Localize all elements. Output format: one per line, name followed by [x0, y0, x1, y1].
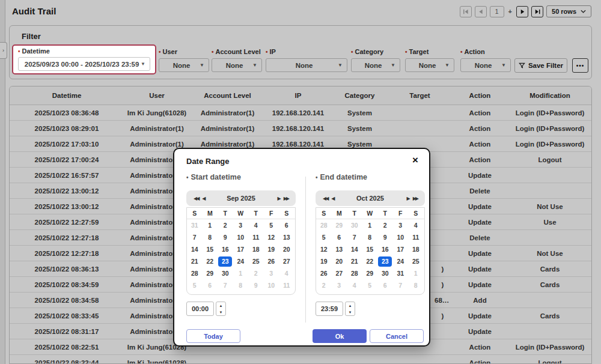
calendar-day[interactable]: 1	[233, 267, 249, 279]
calendar-day[interactable]: 16	[218, 243, 233, 255]
prev-month-icon[interactable]: ◀	[329, 196, 335, 201]
calendar-day[interactable]: 25	[408, 255, 424, 267]
calendar-day[interactable]: 31	[393, 267, 409, 279]
calendar-day[interactable]: 5	[362, 279, 378, 291]
calendar-day[interactable]: 3	[393, 219, 409, 231]
calendar-day[interactable]: 6	[332, 231, 347, 243]
calendar-day[interactable]: 14	[347, 243, 362, 255]
calendar-day[interactable]: 27	[279, 255, 294, 267]
calendar-day[interactable]: 29	[362, 267, 378, 279]
calendar-day[interactable]: 1	[362, 219, 378, 231]
calendar-day[interactable]: 1	[203, 219, 218, 231]
datetime-filter-select[interactable]: 2025/09/23 00:00 - 2025/10/23 23:59 ▼	[18, 57, 150, 71]
cancel-button[interactable]: Cancel	[370, 329, 424, 343]
calendar-day[interactable]: 20	[279, 243, 294, 255]
calendar-day[interactable]: 13	[279, 231, 294, 243]
stepper-down-icon[interactable]: ▼	[346, 309, 355, 315]
calendar-day[interactable]: 30	[218, 267, 233, 279]
next-month-icon[interactable]: ▶	[276, 196, 282, 201]
calendar-day[interactable]: 3	[264, 267, 279, 279]
calendar-day[interactable]: 25	[248, 255, 264, 267]
stepper-up-icon[interactable]: ▲	[216, 302, 225, 309]
prev-year-icon[interactable]: ◀◀	[321, 196, 329, 201]
calendar-day[interactable]: 10	[393, 231, 409, 243]
end-time-input[interactable]: 23:59	[316, 302, 343, 316]
calendar-day[interactable]: 21	[347, 255, 362, 267]
calendar-day[interactable]: 17	[393, 243, 409, 255]
calendar-day[interactable]: 8	[233, 279, 249, 291]
calendar-day[interactable]: 9	[377, 231, 393, 243]
calendar-day[interactable]: 13	[332, 243, 347, 255]
calendar-day[interactable]: 28	[187, 267, 203, 279]
calendar-day[interactable]: 24	[233, 255, 249, 267]
calendar-day[interactable]: 5	[316, 231, 332, 243]
prev-year-icon[interactable]: ◀◀	[192, 196, 200, 201]
calendar-day[interactable]: 11	[408, 231, 424, 243]
calendar-day[interactable]: 20	[332, 255, 347, 267]
calendar-day[interactable]: 15	[203, 243, 218, 255]
calendar-day[interactable]: 19	[264, 243, 279, 255]
next-month-icon[interactable]: ▶	[405, 196, 411, 201]
calendar-day-selected[interactable]: 23	[218, 255, 233, 267]
calendar-day[interactable]: 17	[233, 243, 249, 255]
calendar-day[interactable]: 9	[218, 231, 233, 243]
calendar-day[interactable]: 5	[264, 219, 279, 231]
stepper-up-icon[interactable]: ▲	[346, 302, 355, 309]
calendar-day[interactable]: 11	[279, 279, 294, 291]
calendar-day[interactable]: 12	[264, 231, 279, 243]
calendar-day[interactable]: 28	[347, 267, 362, 279]
calendar-day[interactable]: 27	[332, 267, 347, 279]
next-year-icon[interactable]: ▶▶	[411, 196, 419, 201]
calendar-day[interactable]: 22	[203, 255, 218, 267]
calendar-day[interactable]: 9	[248, 279, 264, 291]
calendar-day[interactable]: 28	[316, 219, 332, 231]
stepper-down-icon[interactable]: ▼	[216, 309, 225, 315]
calendar-day[interactable]: 4	[408, 219, 424, 231]
calendar-day[interactable]: 7	[187, 231, 203, 243]
calendar-day[interactable]: 8	[408, 279, 424, 291]
calendar-day[interactable]: 14	[187, 243, 203, 255]
calendar-day[interactable]: 6	[279, 219, 294, 231]
calendar-day[interactable]: 18	[408, 243, 424, 255]
calendar-day[interactable]: 16	[377, 243, 393, 255]
calendar-day[interactable]: 2	[377, 219, 393, 231]
calendar-day[interactable]: 19	[316, 255, 332, 267]
calendar-day[interactable]: 29	[332, 219, 347, 231]
calendar-day[interactable]: 5	[187, 279, 203, 291]
calendar-day[interactable]: 18	[248, 243, 264, 255]
prev-month-icon[interactable]: ◀	[200, 196, 206, 201]
calendar-day[interactable]: 6	[203, 279, 218, 291]
calendar-day[interactable]: 10	[264, 279, 279, 291]
calendar-day[interactable]: 22	[362, 255, 378, 267]
calendar-day[interactable]: 6	[377, 279, 393, 291]
calendar-day[interactable]: 26	[264, 255, 279, 267]
calendar-day[interactable]: 2	[316, 279, 332, 291]
next-year-icon[interactable]: ▶▶	[282, 196, 290, 201]
calendar-day[interactable]: 3	[233, 219, 249, 231]
ok-button[interactable]: Ok	[313, 329, 367, 343]
calendar-day[interactable]: 4	[347, 279, 362, 291]
calendar-day[interactable]: 4	[248, 219, 264, 231]
calendar-day[interactable]: 10	[233, 231, 249, 243]
calendar-day[interactable]: 24	[393, 255, 409, 267]
calendar-day[interactable]: 30	[377, 267, 393, 279]
calendar-day[interactable]: 7	[393, 279, 409, 291]
start-time-input[interactable]: 00:00	[186, 302, 214, 316]
calendar-day-selected[interactable]: 23	[377, 255, 393, 267]
calendar-day[interactable]: 3	[332, 279, 347, 291]
close-icon[interactable]: ×	[412, 154, 418, 166]
today-button[interactable]: Today	[186, 329, 240, 343]
calendar-day[interactable]: 2	[218, 219, 233, 231]
calendar-day[interactable]: 12	[316, 243, 332, 255]
calendar-day[interactable]: 7	[347, 231, 362, 243]
calendar-day[interactable]: 29	[203, 267, 218, 279]
calendar-day[interactable]: 7	[218, 279, 233, 291]
calendar-day[interactable]: 4	[279, 267, 294, 279]
calendar-day[interactable]: 30	[347, 219, 362, 231]
calendar-day[interactable]: 2	[248, 267, 264, 279]
calendar-day[interactable]: 31	[187, 219, 203, 231]
calendar-day[interactable]: 1	[408, 267, 424, 279]
calendar-day[interactable]: 15	[362, 243, 378, 255]
calendar-day[interactable]: 8	[362, 231, 378, 243]
calendar-day[interactable]: 8	[203, 231, 218, 243]
